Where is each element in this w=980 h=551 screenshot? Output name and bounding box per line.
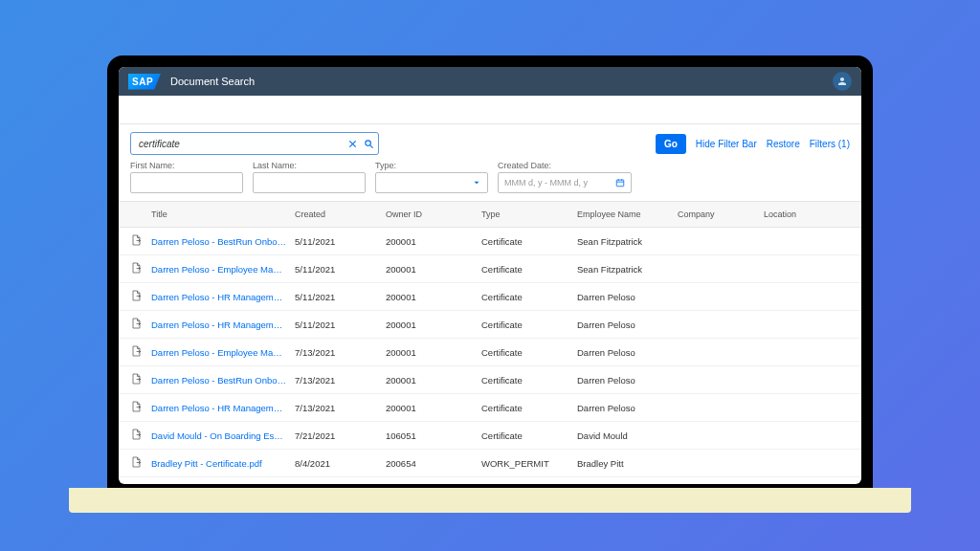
document-icon <box>130 429 151 442</box>
row-owner: 200654 <box>386 458 481 469</box>
app-title: Document Search <box>170 76 255 87</box>
row-owner: 200001 <box>386 292 481 302</box>
row-employee: Darren Peloso <box>577 347 678 358</box>
restore-link[interactable]: Restore <box>767 139 800 149</box>
go-button[interactable]: Go <box>656 134 686 154</box>
document-icon <box>130 318 151 331</box>
row-owner: 200001 <box>386 347 481 358</box>
row-title-link[interactable]: Darren Peloso - HR Management C... <box>151 403 295 413</box>
document-icon <box>130 345 151 359</box>
row-owner: 200001 <box>386 375 481 386</box>
search-row: Go Hide Filter Bar Restore Filters (1) <box>130 132 850 155</box>
filters-link[interactable]: Filters (1) <box>810 139 850 149</box>
last-name-input[interactable] <box>253 172 366 193</box>
table-row[interactable]: Darren Peloso - HR Management C...7/13/2… <box>119 394 861 422</box>
th-title[interactable]: Title <box>151 209 295 219</box>
row-created: 5/11/2021 <box>295 292 386 302</box>
first-name-input[interactable] <box>130 172 243 193</box>
table-row[interactable]: Darren Peloso - BestRun Onboardin...5/11… <box>119 228 861 255</box>
document-icon <box>130 234 151 248</box>
row-type: Certificate <box>481 264 577 275</box>
th-created[interactable]: Created <box>295 209 386 219</box>
row-created: 7/13/2021 <box>295 375 386 386</box>
x-icon <box>347 139 358 149</box>
row-type: Certificate <box>481 403 577 413</box>
row-owner: 200001 <box>386 264 481 275</box>
row-type: WORK_PERMIT <box>481 458 577 469</box>
row-employee: Darren Peloso <box>577 403 678 413</box>
type-field: Type: <box>375 161 488 193</box>
row-title-link[interactable]: Darren Peloso - BestRun Onboardin... <box>151 236 295 247</box>
row-created: 7/13/2021 <box>295 347 386 358</box>
hide-filter-link[interactable]: Hide Filter Bar <box>696 139 757 149</box>
th-company[interactable]: Company <box>678 209 764 219</box>
row-type: Certificate <box>481 375 577 386</box>
laptop-base <box>69 488 911 513</box>
row-type: Certificate <box>481 236 577 247</box>
th-type[interactable]: Type <box>481 209 577 219</box>
table-row[interactable]: Darren Peloso - HR Management C...5/11/2… <box>119 311 861 339</box>
row-title-link[interactable]: David Mould - On Boarding Essenti... <box>151 430 295 441</box>
last-name-field: Last Name: <box>253 161 366 193</box>
row-owner: 200001 <box>386 320 481 330</box>
row-created: 8/4/2021 <box>295 458 386 469</box>
table-row[interactable]: David Mould - On Boarding Essenti...7/21… <box>119 422 861 450</box>
row-title-link[interactable]: Darren Peloso - HR Management C... <box>151 320 295 330</box>
table-header: Title Created Owner ID Type Employee Nam… <box>119 201 861 228</box>
search-input[interactable] <box>139 139 347 149</box>
th-owner[interactable]: Owner ID <box>386 209 481 219</box>
svg-point-2 <box>366 140 371 145</box>
row-type: Certificate <box>481 292 577 302</box>
filter-bar: Go Hide Filter Bar Restore Filters (1) F… <box>119 124 861 201</box>
clear-search-button[interactable] <box>347 139 358 149</box>
chevron-down-icon <box>472 178 481 187</box>
row-created: 7/13/2021 <box>295 403 386 413</box>
row-employee: Darren Peloso <box>577 375 678 386</box>
row-title-link[interactable]: Darren Peloso - BestRun Onboardin... <box>151 375 295 386</box>
filter-actions: Go Hide Filter Bar Restore Filters (1) <box>656 134 850 154</box>
row-created: 5/11/2021 <box>295 236 386 247</box>
document-icon <box>130 262 151 276</box>
row-title-link[interactable]: Darren Peloso - Employee Manage... <box>151 264 295 275</box>
brand-area: SAP Document Search <box>128 74 255 90</box>
type-label: Type: <box>375 161 488 170</box>
app-screen: SAP Document Search <box>119 67 861 484</box>
table-row[interactable]: Darren Peloso - BestRun Onboardin...7/13… <box>119 366 861 394</box>
search-button[interactable] <box>364 139 374 149</box>
table-row[interactable]: Bradley Pitt - Certificate.pdf8/4/202120… <box>119 450 861 477</box>
sap-logo: SAP <box>128 74 161 90</box>
type-select[interactable] <box>375 172 488 193</box>
created-date-input[interactable]: MMM d, y - MMM d, y <box>498 172 632 193</box>
table-row[interactable]: Darren Peloso - Employee Manage...5/11/2… <box>119 255 861 283</box>
first-name-label: First Name: <box>130 161 243 170</box>
last-name-label: Last Name: <box>253 161 366 170</box>
filter-fields: First Name: Last Name: Type: Created Dat… <box>130 161 850 193</box>
th-employee[interactable]: Employee Name <box>577 209 678 219</box>
row-employee: Bradley Pitt <box>577 458 678 469</box>
svg-line-3 <box>370 144 373 147</box>
row-created: 5/11/2021 <box>295 320 386 330</box>
row-owner: 200001 <box>386 403 481 413</box>
row-type: Certificate <box>481 347 577 358</box>
row-title-link[interactable]: Darren Peloso - HR Management C... <box>151 292 295 302</box>
row-type: Certificate <box>481 430 577 441</box>
search-input-wrap[interactable] <box>130 132 379 155</box>
document-icon <box>130 456 151 470</box>
row-created: 5/11/2021 <box>295 264 386 275</box>
row-type: Certificate <box>481 320 577 330</box>
table-row[interactable]: Darren Peloso - Employee Manage...7/13/2… <box>119 339 861 366</box>
created-date-label: Created Date: <box>498 161 632 170</box>
table-row[interactable]: Darren Peloso - HR Management C...5/11/2… <box>119 283 861 311</box>
row-employee: Sean Fitzpatrick <box>577 236 678 247</box>
th-location[interactable]: Location <box>764 209 831 219</box>
laptop-frame: SAP Document Search <box>107 55 873 496</box>
top-header: SAP Document Search <box>119 67 861 96</box>
row-title-link[interactable]: Darren Peloso - Employee Manage... <box>151 347 295 358</box>
user-avatar-button[interactable] <box>833 72 852 91</box>
search-icon <box>364 139 374 149</box>
row-employee: Darren Peloso <box>577 320 678 330</box>
results-table: Title Created Owner ID Type Employee Nam… <box>119 201 861 484</box>
created-date-field: Created Date: MMM d, y - MMM d, y <box>498 161 632 193</box>
row-employee: David Mould <box>577 430 678 441</box>
row-title-link[interactable]: Bradley Pitt - Certificate.pdf <box>151 458 295 469</box>
